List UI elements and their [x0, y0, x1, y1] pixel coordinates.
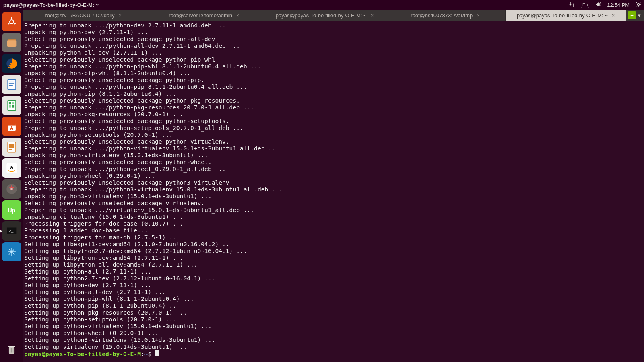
svg-text:>_: >_: [9, 228, 14, 233]
terminal-line: Setting up python-setuptools (20.7.0-1) …: [24, 316, 643, 323]
terminal-line: Setting up libpython-dev:amd64 (2.7.11-1…: [24, 254, 643, 261]
svg-rect-15: [7, 40, 17, 47]
terminal-line: Preparing to unpack .../python-pkg-resou…: [24, 104, 643, 111]
cursor: [155, 350, 159, 356]
close-icon[interactable]: ×: [612, 12, 615, 19]
tab-label: payas@payas-To-be-filled-by-O-E-M: ~: [276, 12, 367, 19]
terminal-line: Unpacking python-wheel (0.29.0-1) ...: [24, 172, 643, 179]
launcher-files-icon[interactable]: [2, 33, 21, 52]
terminal-line: Preparing to unpack .../python-pip-whl_8…: [24, 63, 643, 70]
window-title: payas@payas-To-be-filled-by-O-E-M: ~: [3, 2, 99, 8]
svg-rect-31: [9, 149, 12, 150]
terminal-line: Unpacking python-dev (2.7.11-1) ...: [24, 29, 643, 35]
unity-launcher: AaUp>_: [0, 10, 23, 362]
terminal-prompt[interactable]: payas@payas-To-be-filled-by-O-E-M:~$: [24, 350, 643, 357]
terminal-line: Unpacking python-pkg-resources (20.7.0-1…: [24, 111, 643, 117]
terminal-tab[interactable]: root@srv1:/BACKUP-D2/daily×: [23, 10, 144, 21]
svg-point-12: [8, 23, 9, 24]
prompt-user: payas@payas-To-be-filled-by-O-E-M: [24, 350, 141, 357]
svg-rect-23: [12, 102, 14, 105]
terminal-tab[interactable]: payas@payas-To-be-filled-by-O-E-M: ~×: [506, 10, 626, 21]
terminal-line: Unpacking python-pip (8.1.1-2ubuntu0.4) …: [24, 90, 643, 97]
terminal-line: Setting up python-pip-whl (8.1.1-2ubuntu…: [24, 295, 643, 302]
terminal-line: Selecting previously unselected package …: [24, 117, 643, 124]
launcher-settings-icon[interactable]: [2, 179, 21, 199]
terminal-line: Preparing to unpack .../python-setuptool…: [24, 124, 643, 131]
terminal-line: Processing 1 added doc-base file...: [24, 227, 643, 234]
indicator-area: En 12:54 PM: [569, 1, 642, 9]
svg-rect-30: [9, 144, 14, 148]
svg-line-6: [640, 6, 640, 6]
terminal-line: Selecting previously unselected package …: [24, 56, 643, 63]
launcher-impress-icon[interactable]: [2, 138, 21, 157]
svg-line-8: [640, 2, 640, 3]
terminal-line: Selecting previously unselected package …: [24, 76, 643, 83]
tab-label: root@srv1:/BACKUP-D2/daily: [45, 12, 114, 19]
terminal-tab[interactable]: payas@payas-To-be-filled-by-O-E-M: ~×: [264, 10, 385, 21]
launcher-app-blue-icon[interactable]: [2, 242, 21, 261]
terminal-line: Setting up python-virtualenv (15.0.1+ds-…: [24, 323, 643, 329]
terminal-line: Setting up python3-virtualenv (15.0.1+ds…: [24, 336, 643, 343]
terminal-line: Setting up python-dev (2.7.11-1) ...: [24, 282, 643, 288]
tab-label: payas@payas-To-be-filled-by-O-E-M: ~: [517, 12, 608, 19]
clock[interactable]: 12:54 PM: [607, 2, 630, 8]
gear-icon[interactable]: [635, 1, 642, 9]
close-icon[interactable]: ×: [236, 12, 239, 19]
terminal-line: Preparing to unpack .../python-wheel_0.2…: [24, 165, 643, 172]
terminal-line: Unpacking python-pip-whl (8.1.1-2ubuntu0…: [24, 70, 643, 76]
terminal-line: Selecting previously unselected package …: [24, 138, 643, 145]
terminal-line: Selecting previously unselected package …: [24, 35, 643, 42]
terminal-line: Setting up python2.7-dev (2.7.12-1ubuntu…: [24, 275, 643, 282]
terminal-tab[interactable]: root@server1:/home/admin×: [144, 10, 265, 21]
launcher-trash-icon[interactable]: [2, 339, 21, 359]
launcher-amazon-icon[interactable]: a: [2, 158, 21, 178]
top-menubar: payas@payas-To-be-filled-by-O-E-M: ~ En …: [0, 0, 644, 10]
launcher-terminal-icon[interactable]: >_: [2, 221, 21, 241]
terminal-line: Unpacking virtualenv (15.0.1+ds-3ubuntu1…: [24, 213, 643, 220]
svg-point-13: [14, 23, 16, 24]
terminal-line: Processing triggers for man-db (2.7.5-1)…: [24, 234, 643, 241]
svg-text:A: A: [10, 125, 13, 130]
svg-point-0: [638, 3, 640, 5]
launcher-upwork-icon[interactable]: Up: [2, 200, 21, 220]
launcher-calc-icon[interactable]: [2, 96, 21, 115]
svg-line-5: [636, 2, 637, 3]
terminal-line: Setting up libexpat1-dev:amd64 (2.1.0-7u…: [24, 241, 643, 247]
terminal-line: Setting up virtualenv (15.0.1+ds-3ubuntu…: [24, 343, 643, 350]
terminal-tab[interactable]: root@ns4007873: /var/tmp×: [385, 10, 506, 21]
terminal-line: Selecting previously unselected package …: [24, 158, 643, 165]
terminal-line: Unpacking python3-virtualenv (15.0.1+ds-…: [24, 193, 643, 200]
network-icon[interactable]: [569, 1, 575, 9]
svg-rect-17: [8, 79, 16, 90]
svg-rect-25: [12, 105, 14, 108]
keyboard-indicator[interactable]: En: [581, 2, 589, 8]
terminal-line: Selecting previously unselected package …: [24, 179, 643, 186]
sound-icon[interactable]: [595, 1, 601, 9]
close-icon[interactable]: ×: [477, 12, 480, 19]
svg-rect-19: [9, 83, 14, 84]
launcher-firefox-icon[interactable]: [2, 54, 21, 73]
launcher-dash-icon[interactable]: [2, 12, 21, 31]
terminal-line: Setting up python-wheel (0.29.0-1) ...: [24, 329, 643, 336]
terminal-window: root@srv1:/BACKUP-D2/daily×root@server1:…: [23, 10, 644, 362]
svg-rect-48: [8, 346, 15, 348]
close-icon[interactable]: ×: [119, 12, 122, 19]
terminal-line: Preparing to unpack .../python3-virtuale…: [24, 186, 643, 193]
launcher-writer-icon[interactable]: [2, 75, 21, 94]
tab-label: root@server1:/home/admin: [169, 12, 232, 19]
new-tab-button[interactable]: +: [628, 11, 636, 19]
terminal-body[interactable]: Preparing to unpack .../python-dev_2.7.1…: [23, 21, 644, 362]
svg-point-46: [10, 251, 13, 253]
svg-line-7: [636, 6, 637, 6]
svg-text:Up: Up: [8, 207, 16, 214]
terminal-line: Setting up libpython2.7-dev:amd64 (2.7.1…: [24, 247, 643, 254]
terminal-line: Preparing to unpack .../virtualenv_15.0.…: [24, 206, 643, 213]
terminal-line: Unpacking python-virtualenv (15.0.1+ds-3…: [24, 152, 643, 158]
svg-rect-20: [9, 85, 13, 86]
svg-point-35: [10, 188, 13, 190]
svg-text:a: a: [10, 164, 13, 171]
tab-menu-button[interactable]: ▾: [637, 11, 642, 19]
close-icon[interactable]: ×: [371, 12, 374, 19]
terminal-line: Preparing to unpack .../python-dev_2.7.1…: [24, 22, 643, 29]
launcher-software-icon[interactable]: A: [2, 117, 21, 136]
